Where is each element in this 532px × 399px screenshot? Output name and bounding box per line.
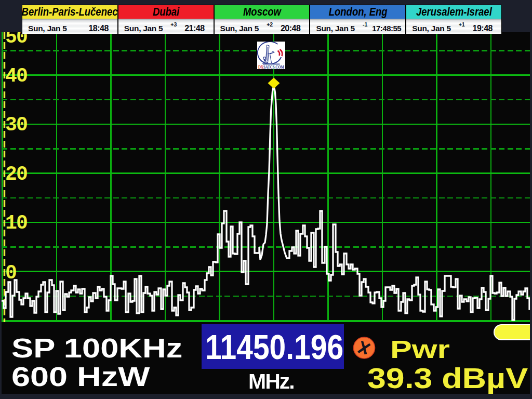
svg-text:DXSATCS.COM: DXSATCS.COM xyxy=(258,65,284,70)
